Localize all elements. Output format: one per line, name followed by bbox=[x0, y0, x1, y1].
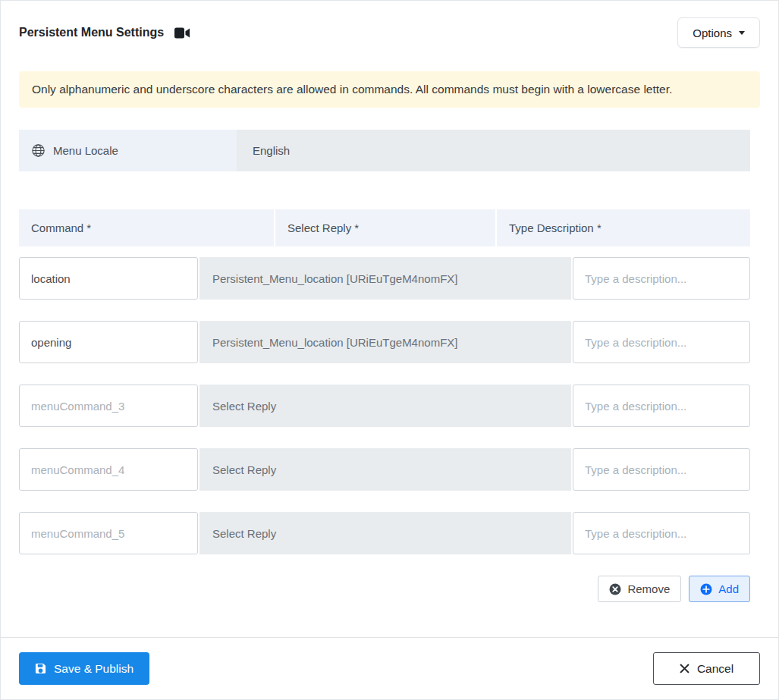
column-header-select-reply: Select Reply * bbox=[275, 209, 495, 246]
menu-locale-label-text: Menu Locale bbox=[53, 144, 118, 157]
footer: Save & Publish Cancel bbox=[1, 637, 778, 699]
alert-text: Only alphanumeric and underscore charact… bbox=[32, 83, 672, 96]
select-reply-value: Select Reply bbox=[212, 463, 276, 476]
description-input[interactable] bbox=[573, 257, 750, 300]
select-reply-dropdown[interactable]: Persistent_Menu_location [URiEuTgeM4nomF… bbox=[199, 257, 571, 300]
remove-row-button[interactable]: Remove bbox=[598, 576, 681, 602]
menu-locale-select[interactable]: English bbox=[237, 130, 750, 171]
menu-locale-label: Menu Locale bbox=[19, 130, 237, 171]
description-input[interactable] bbox=[573, 512, 750, 554]
select-reply-dropdown[interactable]: Select Reply bbox=[199, 385, 571, 427]
options-label: Options bbox=[693, 27, 732, 39]
table-row: Select Reply bbox=[19, 385, 750, 427]
cancel-label: Cancel bbox=[697, 662, 733, 676]
command-input[interactable] bbox=[19, 257, 198, 300]
select-reply-value: Persistent_Menu_location [URiEuTgeM4nomF… bbox=[212, 336, 457, 349]
circle-plus-icon bbox=[700, 583, 712, 595]
menu-locale-row: Menu Locale English bbox=[19, 130, 750, 171]
add-row-button[interactable]: Add bbox=[689, 576, 750, 602]
select-reply-value: Select Reply bbox=[212, 527, 276, 540]
description-input[interactable] bbox=[573, 448, 750, 491]
column-header-type-description: Type Description * bbox=[497, 209, 750, 246]
x-icon bbox=[680, 664, 689, 673]
save-icon bbox=[35, 663, 46, 674]
table-row: Select Reply bbox=[19, 448, 750, 491]
globe-icon bbox=[32, 144, 45, 157]
table-row: Persistent_Menu_location [URiEuTgeM4nomF… bbox=[19, 257, 750, 300]
remove-label: Remove bbox=[627, 582, 670, 595]
video-camera-icon bbox=[174, 27, 190, 39]
menu-locale-value: English bbox=[253, 144, 290, 157]
cancel-button[interactable]: Cancel bbox=[653, 652, 760, 685]
select-reply-dropdown[interactable]: Select Reply bbox=[199, 448, 571, 491]
command-input[interactable] bbox=[19, 385, 198, 427]
alert-banner: Only alphanumeric and underscore charact… bbox=[19, 71, 760, 108]
row-actions: Remove Add bbox=[19, 576, 750, 602]
select-reply-dropdown[interactable]: Persistent_Menu_location [URiEuTgeM4nomF… bbox=[199, 321, 571, 363]
table-row: Persistent_Menu_location [URiEuTgeM4nomF… bbox=[19, 321, 750, 363]
select-reply-dropdown[interactable]: Select Reply bbox=[199, 512, 571, 554]
command-input[interactable] bbox=[19, 321, 198, 363]
command-input[interactable] bbox=[19, 512, 198, 554]
command-input[interactable] bbox=[19, 448, 198, 491]
description-input[interactable] bbox=[573, 321, 750, 363]
options-button[interactable]: Options bbox=[677, 17, 760, 48]
table-header: Command * Select Reply * Type Descriptio… bbox=[19, 209, 750, 246]
table-row: Select Reply bbox=[19, 512, 750, 554]
select-reply-value: Persistent_Menu_location [URiEuTgeM4nomF… bbox=[212, 272, 457, 285]
column-header-command: Command * bbox=[19, 209, 274, 246]
add-label: Add bbox=[718, 582, 739, 595]
select-reply-value: Select Reply bbox=[212, 400, 276, 413]
save-label: Save & Publish bbox=[54, 662, 133, 676]
save-publish-button[interactable]: Save & Publish bbox=[19, 652, 149, 685]
circle-x-icon bbox=[609, 583, 621, 595]
description-input[interactable] bbox=[573, 385, 750, 427]
persistent-menu-settings-panel: Persistent Menu Settings Options Only al… bbox=[0, 0, 779, 700]
chevron-down-icon bbox=[739, 31, 745, 35]
title-wrap: Persistent Menu Settings bbox=[19, 26, 190, 39]
header: Persistent Menu Settings Options bbox=[19, 1, 760, 48]
page-title: Persistent Menu Settings bbox=[19, 26, 164, 39]
